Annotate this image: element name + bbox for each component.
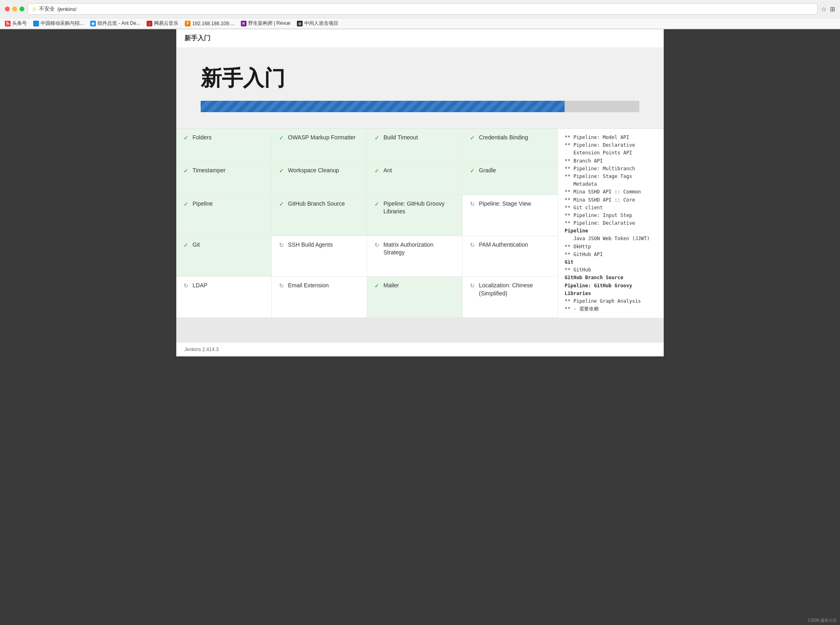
sidebar-line: ** Mina SSHD API :: Common: [565, 188, 657, 196]
refresh-icon: ↻: [278, 282, 285, 289]
plugin-cell-mailer: ✓ Mailer: [367, 277, 463, 318]
plugin-name: Matrix Authorization Strategy: [383, 241, 456, 257]
plugin-name: Ant: [383, 167, 392, 175]
plugin-cell-build-timeout: ✓ Build Timeout: [367, 129, 463, 162]
plugin-cell-localization-chinese: ↻ Localization: Chinese (Simplified): [463, 277, 558, 318]
plugin-name: Pipeline: GitHub Groovy Libraries: [383, 200, 456, 216]
sidebar-line: ** Pipeline: Multibranch: [565, 165, 657, 173]
plugin-cell-matrix-auth: ↻ Matrix Authorization Strategy: [367, 236, 463, 277]
check-icon: ✓: [374, 282, 380, 289]
bookmark-toutiao-icon: 头: [5, 21, 11, 26]
check-icon: ✓: [183, 242, 189, 248]
plugin-cell-gradle: ✓ Gradle: [463, 162, 558, 195]
bookmark-china-mobile-icon: 🌐: [33, 21, 39, 26]
sidebar-line: Metadata: [565, 180, 657, 188]
plugin-name: Git: [193, 241, 200, 249]
maximize-button[interactable]: [19, 7, 24, 11]
address-bar[interactable]: ⚠ 不安全 /jenkins/: [28, 3, 818, 15]
sidebar-line: ** Pipeline: Model API: [565, 134, 657, 141]
bookmark-antd-label: 组件总览 - Ant De...: [97, 20, 140, 27]
plugin-name: Folders: [193, 134, 212, 142]
plugin-name: Mailer: [383, 282, 399, 290]
close-button[interactable]: [5, 7, 10, 11]
plugin-name: Pipeline: Stage View: [479, 200, 531, 208]
jenkins-version: Jenkins 2.414.3: [184, 347, 219, 352]
check-icon: ✓: [278, 135, 285, 141]
plugin-name: OWASP Markup Formatter: [288, 134, 355, 142]
check-icon: ✓: [278, 167, 285, 174]
plugin-cell-pipeline: ✓ Pipeline: [176, 195, 272, 236]
bookmark-netease-icon: ♪: [147, 21, 152, 26]
sidebar-line: GitHub Branch Source: [565, 274, 657, 282]
bookmark-star-button[interactable]: ☆: [821, 5, 827, 13]
insecure-label: 不安全: [39, 5, 55, 13]
sidebar-line: ** Pipeline: Declarative: [565, 141, 657, 149]
plugin-name: GitHub Branch Source: [288, 200, 345, 208]
plugin-cell-owasp: ✓ OWASP Markup Formatter: [272, 129, 367, 162]
plugins-table: ✓ Folders ✓ OWASP Markup Formatter ✓ Bui…: [176, 128, 558, 318]
bookmark-antd-icon: ◆: [90, 21, 96, 26]
plugin-name: Timestamper: [193, 167, 225, 175]
bookmark-antd[interactable]: ◆ 组件总览 - Ant De...: [90, 20, 140, 27]
sidebar-line: Pipeline: [565, 227, 657, 235]
check-icon: ✓: [374, 201, 380, 207]
plugin-cell-folders: ✓ Folders: [176, 129, 272, 162]
plugin-cell-git: ✓ Git: [176, 236, 272, 277]
sidebar-line: ** - 需要依赖: [565, 305, 657, 313]
bookmark-revue-icon: R: [241, 21, 247, 26]
bookmark-netease-label: 网易云音乐: [154, 20, 178, 27]
watermark: CSDN @坏小宝: [808, 618, 837, 623]
minimize-button[interactable]: [12, 7, 17, 11]
plugin-cell-pipeline-github-groovy: ✓ Pipeline: GitHub Groovy Libraries: [367, 195, 463, 236]
check-icon: ✓: [183, 201, 189, 207]
sidebar-line: Libraries: [565, 290, 657, 297]
plugin-cell-email-extension: ↻ Email Extension: [272, 277, 367, 318]
empty-space: [176, 318, 664, 342]
bookmark-github[interactable]: ◎ 中间人攻击项目: [297, 20, 338, 27]
plugin-cell-pam-auth: ↻ PAM Authentication: [463, 236, 558, 277]
bookmark-github-label: 中间人攻击项目: [304, 20, 338, 27]
plugin-name: Workspace Cleanup: [288, 167, 339, 175]
sidebar-line: ** GitHub: [565, 266, 657, 274]
plugin-name: Credentials Binding: [479, 134, 528, 142]
traffic-lights: [5, 7, 24, 11]
plugin-name: SSH Build Agents: [288, 241, 333, 249]
bookmarks-bar: 头 头条号 🌐 中国移动采购与招... ◆ 组件总览 - Ant De... ♪…: [0, 18, 840, 29]
bookmark-192[interactable]: F 192.168.186.109:...: [185, 21, 234, 26]
bookmark-toutiao[interactable]: 头 头条号: [5, 20, 27, 27]
plugin-cell-timestamper: ✓ Timestamper: [176, 162, 272, 195]
check-icon: ✓: [278, 201, 285, 207]
plugin-cell-pipeline-stage-view: ↻ Pipeline: Stage View: [463, 195, 558, 236]
refresh-icon: ↻: [183, 282, 189, 289]
main-wrapper: 新手入门 新手入门 ✓ Folders ✓ OWASP Markup Forma…: [176, 29, 664, 356]
check-icon: ✓: [183, 167, 189, 174]
progress-bar-fill: [201, 101, 565, 112]
sidebar-line: ** Pipeline: Input Step: [565, 212, 657, 219]
browser-actions: ☆ ⊞: [821, 5, 835, 13]
sidebar-line: Extension Points API: [565, 149, 657, 157]
sidebar-line: ** OkHttp: [565, 243, 657, 251]
page-header-title: 新手入门: [184, 35, 210, 41]
sidebar-dependency-list: ** Pipeline: Model API ** Pipeline: Decl…: [558, 128, 664, 318]
bookmark-192-label: 192.168.186.109:...: [192, 21, 234, 26]
browser-chrome: ⚠ 不安全 /jenkins/ ☆ ⊞ 头 头条号 🌐 中国移动采购与招... …: [0, 0, 840, 29]
plugin-name: Pipeline: [193, 200, 213, 208]
refresh-icon: ↻: [469, 242, 476, 248]
titlebar: ⚠ 不安全 /jenkins/ ☆ ⊞: [0, 0, 840, 18]
bookmark-revue[interactable]: R 野生架构师 | Revue: [241, 20, 290, 27]
check-icon: ✓: [183, 135, 189, 141]
bookmark-china-mobile[interactable]: 🌐 中国移动采购与招...: [33, 20, 84, 27]
check-icon: ✓: [469, 135, 476, 141]
plugins-table-wrapper: ✓ Folders ✓ OWASP Markup Formatter ✓ Bui…: [176, 128, 664, 318]
sidebar-line: ** GitHub API: [565, 251, 657, 258]
extensions-button[interactable]: ⊞: [830, 5, 835, 13]
sidebar-line: ** Branch API: [565, 157, 657, 165]
plugin-cell-credentials-binding: ✓ Credentials Binding: [463, 129, 558, 162]
plugin-name: Gradle: [479, 167, 496, 175]
bookmark-netease[interactable]: ♪ 网易云音乐: [147, 20, 178, 27]
sidebar-line: ** Git client: [565, 204, 657, 212]
check-icon: ✓: [374, 167, 380, 174]
bookmark-192-icon: F: [185, 21, 191, 26]
plugin-cell-ant: ✓ Ant: [367, 162, 463, 195]
progress-bar-container: [201, 101, 639, 112]
